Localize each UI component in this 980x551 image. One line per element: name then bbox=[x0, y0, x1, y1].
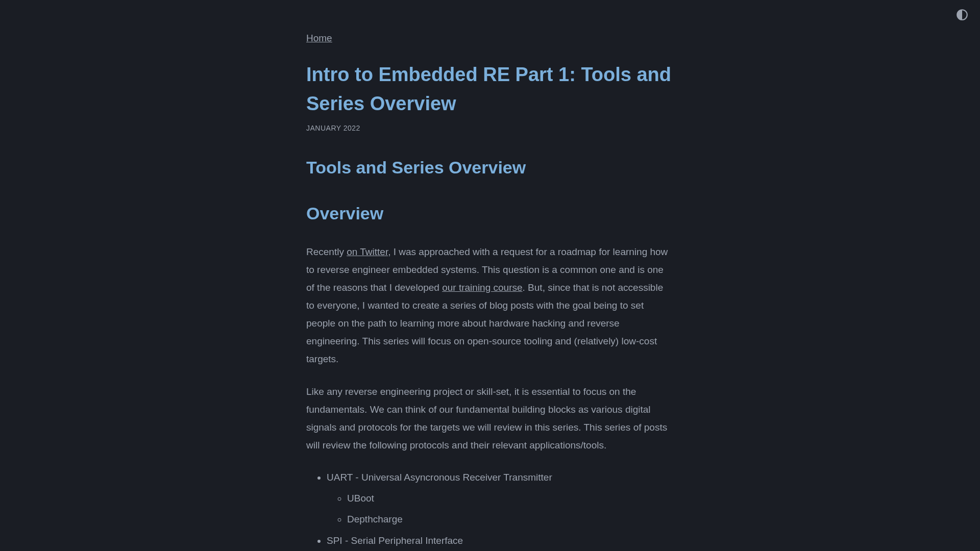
section-tools-title: Tools and Series Overview bbox=[306, 154, 674, 181]
section-overview-title: Overview bbox=[306, 199, 674, 227]
breadcrumb: Home bbox=[306, 31, 674, 46]
training-course-link[interactable]: our training course bbox=[442, 282, 522, 293]
list-item: Depthcharge bbox=[347, 510, 674, 528]
list-item: UBoot bbox=[347, 489, 674, 507]
article-container: Home Intro to Embedded RE Part 1: Tools … bbox=[306, 0, 674, 551]
paragraph-fundamentals: Like any reverse engineering project or … bbox=[306, 383, 674, 455]
text-fragment: . But, since that is not accessible to e… bbox=[306, 282, 663, 365]
list-item: UART - Universal Asyncronous Receiver Tr… bbox=[327, 468, 674, 486]
theme-toggle-button[interactable] bbox=[955, 8, 969, 21]
half-circle-icon bbox=[955, 8, 969, 21]
page-title: Intro to Embedded RE Part 1: Tools and S… bbox=[306, 60, 674, 118]
twitter-link[interactable]: on Twitter bbox=[347, 246, 388, 257]
paragraph-intro: Recently on Twitter, I was approached wi… bbox=[306, 243, 674, 368]
text-fragment: Recently bbox=[306, 246, 347, 257]
publish-date: JANUARY 2022 bbox=[306, 122, 674, 134]
protocols-list: UART - Universal Asyncronous Receiver Tr… bbox=[306, 468, 674, 551]
home-link[interactable]: Home bbox=[306, 33, 332, 43]
list-item: SPI - Serial Peripheral Interface bbox=[327, 532, 674, 549]
